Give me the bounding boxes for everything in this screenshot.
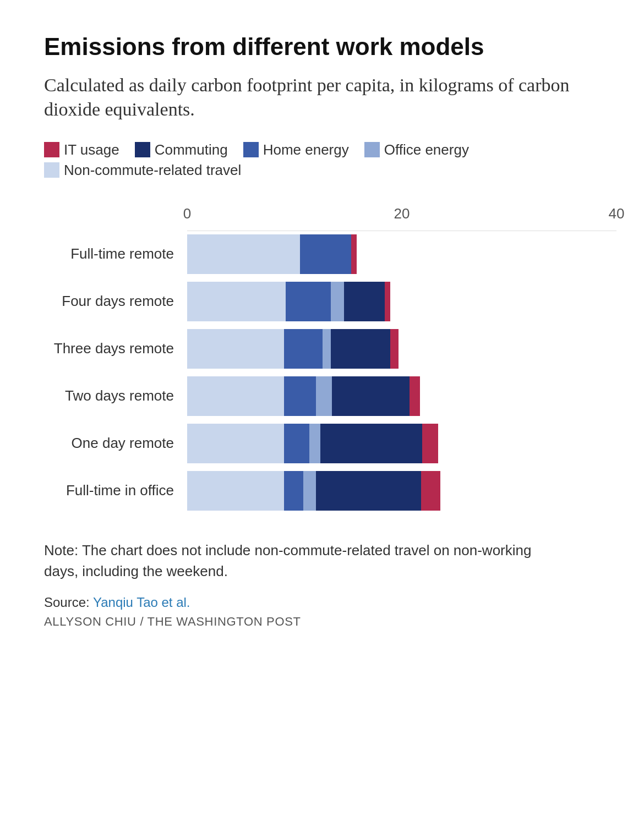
chart-title: Emissions from different work models [44, 33, 600, 61]
chart-subtitle: Calculated as daily carbon footprint per… [44, 73, 600, 122]
bar-segment-office_energy [303, 471, 316, 511]
legend-item: Non-commute-related travel [44, 162, 241, 179]
bar-segment-office_energy [323, 329, 331, 369]
source-label: Source: [44, 595, 93, 610]
legend-label: Commuting [155, 141, 228, 158]
source-link[interactable]: Yanqiu Tao et al. [93, 595, 190, 610]
bar-segment-non_commute [187, 234, 300, 274]
row-label: One day remote [44, 435, 187, 452]
axis-tick-label: 0 [183, 205, 191, 222]
bar-row: Full-time remote [44, 234, 600, 274]
bars-section: Full-time remoteFour days remoteThree da… [44, 231, 600, 518]
source: Source: Yanqiu Tao et al. [44, 595, 600, 610]
bar-segment-non_commute [187, 471, 284, 511]
bar-segment-commuting [344, 282, 385, 321]
bar-segment-home_energy [284, 424, 310, 463]
bar-segment-non_commute [187, 282, 286, 321]
bar-segment-non_commute [187, 376, 284, 416]
bar-container [187, 424, 438, 463]
bar-segment-home_energy [286, 282, 331, 321]
legend-item: Office energy [364, 141, 469, 158]
row-label: Full-time remote [44, 245, 187, 262]
bar-row: Two days remote [44, 376, 600, 416]
legend-label: IT usage [64, 141, 119, 158]
bar-segment-office_energy [316, 376, 332, 416]
bar-segment-commuting [320, 424, 422, 463]
legend-swatch [364, 142, 380, 157]
bar-segment-office_energy [331, 282, 343, 321]
bar-segment-commuting [332, 376, 409, 416]
bar-segment-home_energy [284, 329, 323, 369]
bar-segment-non_commute [187, 329, 284, 369]
bar-row: One day remote [44, 424, 600, 463]
axis-row: 02040 [44, 205, 600, 225]
bar-segment-home_energy [300, 234, 352, 274]
bar-segment-commuting [331, 329, 390, 369]
legend-swatch [135, 142, 150, 157]
bar-segment-it_usage [421, 471, 440, 511]
legend-label: Office energy [384, 141, 469, 158]
bar-segment-it_usage [390, 329, 399, 369]
axis-tick-label: 40 [609, 205, 625, 222]
chart-area: 02040 Full-time remoteFour days remoteTh… [44, 205, 600, 518]
legend-label: Non-commute-related travel [64, 162, 241, 179]
legend: IT usage Commuting Home energy Office en… [44, 141, 600, 179]
bar-segment-commuting [316, 471, 421, 511]
bar-container [187, 234, 357, 274]
bar-segment-it_usage [351, 234, 357, 274]
chart-note: Note: The chart does not include non-com… [44, 540, 539, 582]
bar-segment-it_usage [422, 424, 438, 463]
legend-item: Commuting [135, 141, 228, 158]
legend-swatch [44, 162, 59, 178]
bar-segment-home_energy [284, 471, 303, 511]
axis-labels: 02040 [187, 205, 600, 225]
bar-segment-home_energy [284, 376, 316, 416]
legend-item: Home energy [243, 141, 349, 158]
axis-tick-label: 20 [394, 205, 410, 222]
bar-segment-non_commute [187, 424, 284, 463]
legend-label: Home energy [263, 141, 349, 158]
legend-swatch [243, 142, 259, 157]
row-label: Full-time in office [44, 482, 187, 499]
bar-container [187, 471, 440, 511]
bar-row: Three days remote [44, 329, 600, 369]
bar-segment-office_energy [309, 424, 320, 463]
bar-container [187, 329, 399, 369]
bar-row: Full-time in office [44, 471, 600, 511]
legend-swatch [44, 142, 59, 157]
bar-segment-it_usage [385, 282, 390, 321]
row-label: Two days remote [44, 387, 187, 404]
bar-row: Four days remote [44, 282, 600, 321]
bar-container [187, 376, 420, 416]
legend-item: IT usage [44, 141, 119, 158]
attribution: ALLYSON CHIU / THE WASHINGTON POST [44, 615, 600, 629]
row-label: Three days remote [44, 340, 187, 357]
row-label: Four days remote [44, 293, 187, 310]
bar-segment-it_usage [410, 376, 421, 416]
bar-container [187, 282, 390, 321]
